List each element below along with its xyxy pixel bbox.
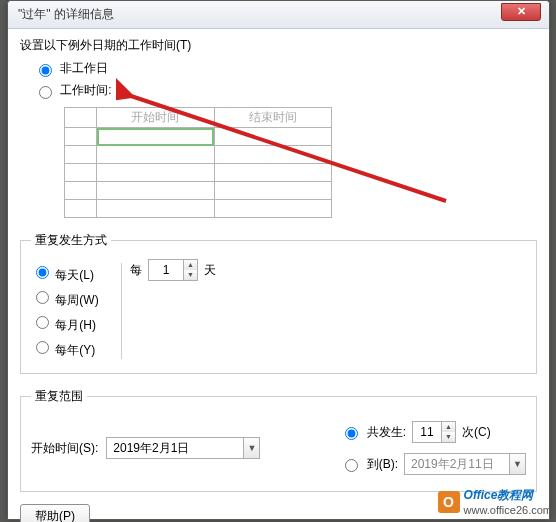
radio-weekly-label[interactable]: 每周(W)	[31, 288, 113, 309]
chevron-down-icon[interactable]: ▼	[184, 270, 197, 280]
occur-suffix: 次(C)	[462, 424, 491, 441]
until-date-combo[interactable]: ▼	[404, 453, 526, 475]
occur-input[interactable]	[413, 422, 441, 442]
chevron-up-icon[interactable]: ▲	[184, 260, 197, 270]
help-button[interactable]: 帮助(P)	[20, 504, 90, 522]
col-start: 开始时间	[97, 108, 215, 128]
table-cell[interactable]	[97, 128, 215, 146]
table-row	[65, 182, 97, 200]
until-date-input[interactable]	[405, 457, 509, 471]
col-end: 结束时间	[214, 108, 332, 128]
table-cell[interactable]	[214, 146, 332, 164]
watermark: O Office教程网 www.office26.com	[438, 487, 552, 516]
start-date-combo[interactable]: ▼	[106, 437, 260, 459]
window-title: "过年" 的详细信息	[18, 6, 114, 23]
time-table-wrap: 开始时间 结束时间	[64, 107, 332, 218]
start-label: 开始时间(S):	[31, 440, 98, 457]
radio-working[interactable]	[39, 86, 52, 99]
table-cell[interactable]	[97, 146, 215, 164]
table-row	[65, 164, 97, 182]
recurrence-group: 重复发生方式 每天(L) 每周(W) 每月(H) 每年(Y) 每 ▲▼ 天	[20, 232, 537, 374]
radio-nonworking[interactable]	[39, 64, 52, 77]
chevron-down-icon[interactable]: ▼	[243, 438, 259, 458]
watermark-text: Office教程网	[464, 488, 534, 502]
table-row	[65, 146, 97, 164]
table-cell[interactable]	[214, 182, 332, 200]
table-cell[interactable]	[97, 182, 215, 200]
days-label: 天	[204, 262, 216, 279]
occur-label: 共发生:	[367, 424, 406, 441]
radio-nonworking-label[interactable]: 非工作日	[34, 60, 537, 77]
time-table: 开始时间 结束时间	[64, 107, 332, 218]
every-row: 每 ▲▼ 天	[130, 259, 216, 281]
radio-nonworking-text: 非工作日	[60, 61, 108, 75]
recurrence-legend: 重复发生方式	[31, 232, 111, 249]
chevron-down-icon[interactable]: ▼	[442, 432, 455, 442]
chevron-up-icon[interactable]: ▲	[442, 422, 455, 432]
office-icon: O	[438, 491, 460, 513]
dialog-window: "过年" 的详细信息 ✕ 设置以下例外日期的工作时间(T) 非工作日 工作时间:…	[7, 0, 550, 520]
radio-daily-text: 每天(L)	[55, 268, 94, 282]
separator	[121, 263, 122, 359]
every-label: 每	[130, 262, 142, 279]
table-cell[interactable]	[214, 200, 332, 218]
radio-occurrences[interactable]	[345, 427, 358, 440]
radio-yearly-label[interactable]: 每年(Y)	[31, 338, 113, 359]
table-cell[interactable]	[214, 128, 332, 146]
close-button[interactable]: ✕	[501, 3, 541, 21]
every-spinner[interactable]: ▲▼	[148, 259, 198, 281]
table-cell[interactable]	[214, 164, 332, 182]
radio-working-text: 工作时间:	[60, 83, 111, 97]
range-group: 重复范围 开始时间(S): ▼ 共发生: ▲▼ 次(C)	[20, 388, 537, 492]
chevron-down-icon[interactable]: ▼	[509, 454, 525, 474]
table-corner	[65, 108, 97, 128]
radio-daily-label[interactable]: 每天(L)	[31, 263, 113, 284]
spinner-buttons[interactable]: ▲▼	[441, 422, 455, 442]
radio-yearly-text: 每年(Y)	[55, 343, 95, 357]
radio-weekly[interactable]	[36, 291, 49, 304]
radio-monthly-text: 每月(H)	[55, 318, 96, 332]
recurrence-pattern: 每天(L) 每周(W) 每月(H) 每年(Y)	[31, 259, 113, 363]
watermark-url: www.office26.com	[464, 504, 552, 516]
titlebar: "过年" 的详细信息 ✕	[8, 1, 549, 29]
radio-monthly[interactable]	[36, 316, 49, 329]
radio-until[interactable]	[345, 459, 358, 472]
table-row	[65, 128, 97, 146]
range-legend: 重复范围	[31, 388, 87, 405]
radio-daily[interactable]	[36, 266, 49, 279]
table-row	[65, 200, 97, 218]
radio-working-label[interactable]: 工作时间:	[34, 82, 537, 99]
every-input[interactable]	[149, 260, 183, 280]
until-label: 到(B):	[367, 456, 398, 473]
instruction-label: 设置以下例外日期的工作时间(T)	[20, 37, 537, 54]
worktime-radio-group: 非工作日 工作时间:	[34, 60, 537, 99]
radio-weekly-text: 每周(W)	[55, 293, 98, 307]
occur-spinner[interactable]: ▲▼	[412, 421, 456, 443]
start-date-input[interactable]	[107, 441, 243, 455]
radio-monthly-label[interactable]: 每月(H)	[31, 313, 113, 334]
radio-yearly[interactable]	[36, 341, 49, 354]
table-cell[interactable]	[97, 164, 215, 182]
table-cell[interactable]	[97, 200, 215, 218]
spinner-buttons[interactable]: ▲▼	[183, 260, 197, 280]
